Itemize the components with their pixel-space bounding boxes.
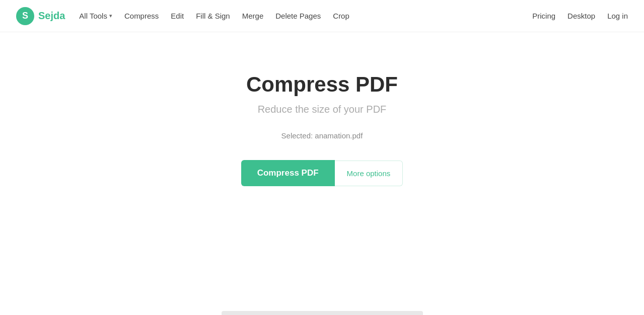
compress-pdf-button[interactable]: Compress PDF bbox=[241, 160, 335, 186]
chevron-down-icon: ▾ bbox=[109, 13, 112, 19]
primary-nav: All Tools ▾ Compress Edit Fill & Sign Me… bbox=[79, 12, 349, 20]
logo-link[interactable]: S Sejda bbox=[16, 7, 65, 25]
main-content: Compress PDF Reduce the size of your PDF… bbox=[0, 32, 644, 186]
nav-left: S Sejda All Tools ▾ Compress Edit Fill &… bbox=[16, 7, 349, 25]
nav-login[interactable]: Log in bbox=[607, 12, 628, 20]
nav-all-tools[interactable]: All Tools ▾ bbox=[79, 12, 112, 20]
nav-compress[interactable]: Compress bbox=[124, 12, 159, 20]
action-buttons: Compress PDF More options bbox=[241, 160, 403, 186]
site-header: S Sejda All Tools ▾ Compress Edit Fill &… bbox=[0, 0, 644, 32]
nav-fill-sign[interactable]: Fill & Sign bbox=[196, 12, 230, 20]
nav-desktop[interactable]: Desktop bbox=[567, 12, 595, 20]
logo-icon: S bbox=[16, 7, 34, 25]
more-options-button[interactable]: More options bbox=[335, 161, 403, 186]
nav-delete-pages[interactable]: Delete Pages bbox=[275, 12, 321, 20]
selected-file-info: Selected: anamation.pdf bbox=[281, 131, 363, 140]
bottom-bar-decoration bbox=[222, 311, 423, 315]
nav-crop[interactable]: Crop bbox=[333, 12, 349, 20]
nav-right: Pricing Desktop Log in bbox=[532, 12, 628, 20]
logo-text: Sejda bbox=[38, 10, 65, 22]
page-title: Compress PDF bbox=[246, 72, 398, 97]
selected-filename: anamation.pdf bbox=[315, 131, 363, 140]
nav-merge[interactable]: Merge bbox=[242, 12, 264, 20]
nav-edit[interactable]: Edit bbox=[171, 12, 184, 20]
nav-pricing[interactable]: Pricing bbox=[532, 12, 555, 20]
page-subtitle: Reduce the size of your PDF bbox=[258, 104, 387, 115]
